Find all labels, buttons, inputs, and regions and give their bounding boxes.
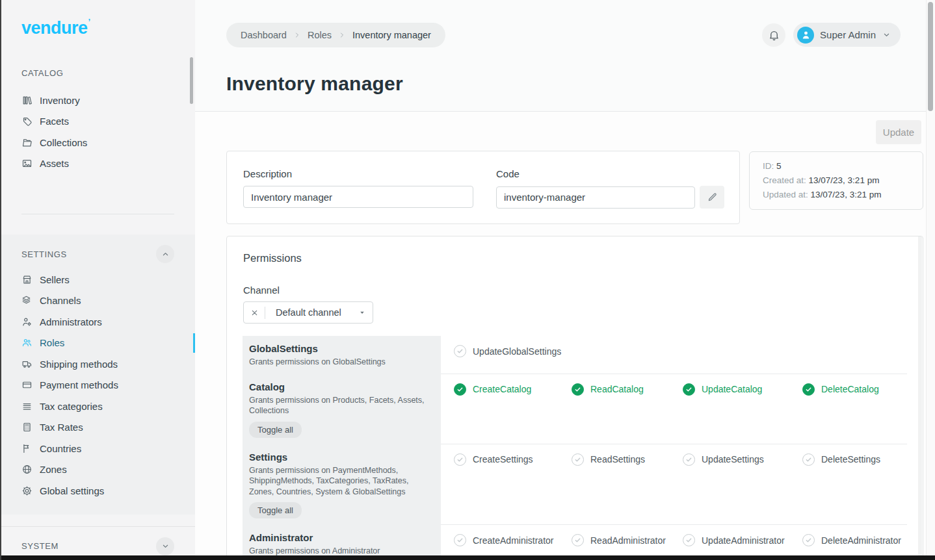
sidebar-scrollbar[interactable] bbox=[190, 57, 193, 104]
sidebar-item-label: Shipping methods bbox=[40, 359, 118, 370]
toggle-all-button[interactable]: Toggle all bbox=[249, 502, 302, 518]
permission-label: DeleteAdministrator bbox=[821, 535, 901, 546]
sidebar-section-system: SYSTEM bbox=[0, 527, 195, 556]
permission-group-cell: Administrator Grants permissions on Admi… bbox=[243, 525, 441, 560]
breadcrumb-item-inventory-manager[interactable]: Inventory manager bbox=[352, 30, 431, 40]
update-button[interactable]: Update bbox=[876, 120, 921, 144]
permission-label: DeleteCatalog bbox=[821, 384, 879, 394]
breadcrumb-item-dashboard[interactable]: Dashboard bbox=[241, 30, 287, 40]
sidebar-item-label: Tax categories bbox=[40, 401, 103, 412]
permission-checkbox-DeleteAdministrator[interactable]: DeleteAdministrator bbox=[802, 534, 907, 546]
sidebar-item-label: Administrators bbox=[40, 316, 102, 327]
remove-channel-button[interactable] bbox=[250, 308, 259, 318]
toggle-all-button[interactable]: Toggle all bbox=[249, 422, 302, 438]
sidebar-item-payment-methods[interactable]: Payment methods bbox=[0, 375, 195, 396]
entity-updated-at: Updated at: 13/07/23, 3:21 pm bbox=[763, 188, 910, 202]
unchecked-circle-icon bbox=[572, 534, 584, 546]
description-input[interactable] bbox=[243, 186, 473, 208]
page-title: Inventory manager bbox=[226, 73, 403, 95]
sidebar-item-global-settings[interactable]: Global settings bbox=[0, 480, 195, 502]
permissions-table: GlobalSettings Grants permissions on Glo… bbox=[243, 336, 907, 560]
assets-icon bbox=[21, 158, 33, 169]
permission-items-cell: UpdateGlobalSettings bbox=[441, 336, 907, 374]
vendure-logo[interactable]: vendure’ bbox=[0, 0, 195, 38]
permission-row-globalsettings: GlobalSettings Grants permissions on Glo… bbox=[243, 336, 907, 374]
table-scrollbar[interactable] bbox=[918, 236, 922, 560]
global-settings-icon bbox=[21, 485, 33, 496]
sidebar-item-countries[interactable]: Countries bbox=[0, 438, 195, 459]
sidebar-item-sellers[interactable]: Sellers bbox=[0, 269, 195, 290]
permissions-card: Permissions Channel Default channel Glob… bbox=[226, 236, 923, 560]
user-icon bbox=[800, 29, 811, 40]
facets-icon bbox=[21, 116, 33, 127]
sidebar-item-inventory[interactable]: Inventory bbox=[0, 90, 195, 111]
permission-checkbox-ReadCatalog[interactable]: ReadCatalog bbox=[572, 383, 683, 396]
permission-label: ReadAdministrator bbox=[590, 535, 666, 546]
permission-group-cell: Settings Grants permissions on PaymentMe… bbox=[243, 444, 441, 526]
permission-checkbox-CreateCatalog[interactable]: CreateCatalog bbox=[454, 383, 572, 396]
permission-checkbox-UpdateAdministrator[interactable]: UpdateAdministrator bbox=[683, 534, 802, 546]
user-menu[interactable]: Super Admin bbox=[793, 23, 901, 47]
permission-label: CreateCatalog bbox=[473, 384, 531, 394]
breadcrumb-item-roles[interactable]: Roles bbox=[308, 30, 332, 40]
permission-checkbox-ReadAdministrator[interactable]: ReadAdministrator bbox=[572, 534, 683, 546]
sidebar-item-channels[interactable]: Channels bbox=[0, 290, 195, 312]
sidebar-item-assets[interactable]: Assets bbox=[0, 153, 195, 175]
sidebar-item-roles[interactable]: Roles bbox=[0, 333, 195, 354]
role-detail-card: Description Code bbox=[226, 151, 740, 224]
sidebar-item-label: Facets bbox=[40, 116, 69, 127]
pencil-icon bbox=[707, 192, 718, 203]
shipping-methods-icon bbox=[21, 359, 33, 370]
permission-checkbox-DeleteSettings[interactable]: DeleteSettings bbox=[802, 453, 907, 466]
checked-circle-icon bbox=[802, 383, 815, 396]
entity-created-at: Created at: 13/07/23, 3:21 pm bbox=[763, 173, 910, 188]
sidebar-item-administrators[interactable]: Administrators bbox=[0, 311, 195, 333]
section-label-system: SYSTEM bbox=[21, 541, 59, 551]
avatar bbox=[797, 27, 814, 44]
screen-bottom-bar bbox=[0, 555, 935, 560]
permission-checkbox-UpdateGlobalSettings[interactable]: UpdateGlobalSettings bbox=[454, 345, 572, 357]
sidebar-section-settings: SETTINGSSellersChannelsAdministratorsRol… bbox=[0, 235, 195, 515]
permission-checkbox-CreateSettings[interactable]: CreateSettings bbox=[454, 453, 572, 466]
permission-group-name: Administrator bbox=[249, 532, 429, 543]
permission-label: UpdateGlobalSettings bbox=[473, 346, 561, 357]
permission-checkbox-CreateAdministrator[interactable]: CreateAdministrator bbox=[454, 534, 572, 546]
sidebar-item-zones[interactable]: Zones bbox=[0, 459, 195, 481]
permission-row-settings: Settings Grants permissions on PaymentMe… bbox=[243, 444, 907, 526]
sidebar-item-tax-rates[interactable]: Tax Rates bbox=[0, 417, 195, 439]
collapse-section-button[interactable] bbox=[156, 245, 174, 263]
permission-checkbox-DeleteCatalog[interactable]: DeleteCatalog bbox=[802, 383, 907, 396]
unchecked-circle-icon bbox=[683, 453, 695, 466]
sidebar-item-facets[interactable]: Facets bbox=[0, 111, 195, 133]
main-scrollbar-thumb[interactable] bbox=[928, 2, 933, 111]
unchecked-circle-icon bbox=[454, 534, 466, 546]
sidebar-nav: CATALOGInventoryFacetsCollectionsAssetsS… bbox=[0, 68, 195, 556]
permission-row-catalog: Catalog Grants permissions on Products, … bbox=[243, 374, 907, 444]
top-header: DashboardRolesInventory manager Super Ad… bbox=[195, 0, 935, 112]
notifications-button[interactable] bbox=[762, 23, 785, 47]
sidebar-item-label: Channels bbox=[40, 295, 81, 306]
bell-icon bbox=[768, 29, 780, 42]
sidebar-divider bbox=[21, 214, 174, 214]
sidebar-item-shipping-methods[interactable]: Shipping methods bbox=[0, 353, 195, 375]
permission-checkbox-UpdateSettings[interactable]: UpdateSettings bbox=[683, 453, 802, 466]
sidebar-item-label: Payment methods bbox=[40, 379, 118, 390]
sidebar-item-label: Zones bbox=[40, 464, 67, 475]
sidebar-item-collections[interactable]: Collections bbox=[0, 132, 195, 153]
description-label: Description bbox=[243, 168, 473, 179]
permission-label: UpdateAdministrator bbox=[702, 535, 785, 546]
permission-checkbox-ReadSettings[interactable]: ReadSettings bbox=[572, 453, 683, 466]
permission-group-description: Grants permissions on PaymentMethods, Sh… bbox=[249, 465, 429, 498]
main-content: Update Description Code ID: 5 Created at… bbox=[195, 112, 935, 560]
unchecked-circle-icon bbox=[802, 534, 815, 546]
sidebar-item-tax-categories[interactable]: Tax categories bbox=[0, 396, 195, 417]
permission-checkbox-UpdateCatalog[interactable]: UpdateCatalog bbox=[683, 383, 802, 396]
checked-circle-icon bbox=[683, 383, 695, 396]
edit-code-button[interactable] bbox=[700, 186, 724, 209]
breadcrumb-separator-icon bbox=[293, 31, 301, 39]
code-input[interactable] bbox=[496, 186, 695, 209]
expand-section-button[interactable] bbox=[156, 537, 174, 555]
close-icon bbox=[251, 309, 258, 316]
channel-select[interactable]: Default channel bbox=[243, 301, 373, 324]
sidebar-item-label: Inventory bbox=[40, 95, 80, 106]
